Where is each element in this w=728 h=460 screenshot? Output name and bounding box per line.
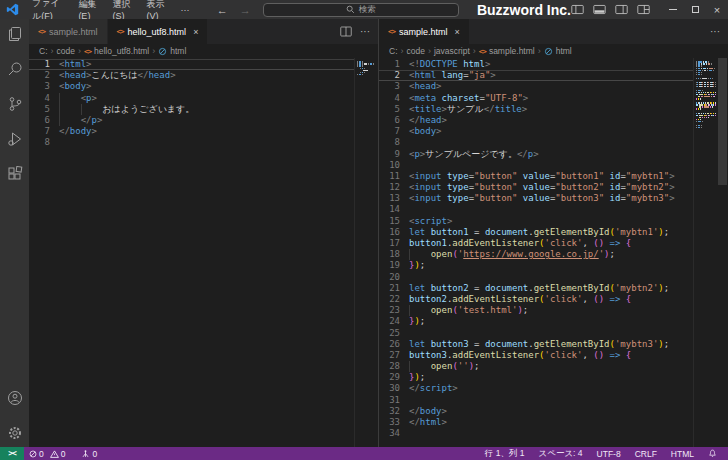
close-window-button[interactable]: × [706,0,728,19]
remote-indicator[interactable]: >< [0,447,24,460]
explorer-icon[interactable] [7,26,23,42]
code-line[interactable]: 1<html> [29,59,354,70]
code-line[interactable]: 1<!DOCTYPE html> [379,59,693,70]
breadcrumb-item[interactable]: C: [389,46,398,56]
code-line[interactable]: 24}); [379,316,693,327]
scrollbar-slider[interactable] [718,58,727,185]
tab-sample.html[interactable]: <>sample.html [29,19,108,44]
code-line[interactable]: 19}); [379,260,693,271]
code-line[interactable]: 4 <p> [29,93,354,104]
minimize-button[interactable] [662,0,684,19]
code-line[interactable]: 8 [379,137,693,148]
toggle-secondary-sidebar-icon[interactable] [615,4,628,15]
code-line[interactable]: 10 [379,160,693,171]
breadcrumb-item[interactable]: C: [39,46,48,56]
menu-item-0[interactable]: ファイル(F) [25,0,71,19]
line-content [409,160,693,171]
code-line[interactable]: 28 open(''); [379,361,693,372]
code-line[interactable]: 33</html> [379,417,693,428]
code-line[interactable]: 7<body> [379,126,693,137]
breadcrumb: C:›code›javascript›<>sample.html›html [379,44,728,58]
code-line[interactable]: 5<title>サンプル</title> [379,104,693,115]
breadcrumb-item[interactable]: javascript [434,46,470,56]
nav-forward-icon[interactable]: → [234,4,257,16]
source-control-icon[interactable] [7,96,23,112]
ports-status[interactable]: 0 [76,447,102,460]
code-line[interactable]: 6</head> [379,115,693,126]
run-debug-icon[interactable] [7,131,23,147]
code-line[interactable]: 13<input type="button" value="button3" i… [379,193,693,204]
code-line[interactable]: 14 [379,204,693,215]
maximize-button[interactable] [684,0,706,19]
tab-hello_utf8.html[interactable]: <>hello_utf8.html× [108,19,209,44]
line-content: open(''); [409,361,693,372]
code-line[interactable]: 6 </p> [29,115,354,126]
code-line[interactable]: 2<html lang="ja"> [379,70,693,81]
menu-item-2[interactable]: 選択(S) [105,0,139,19]
eol-status[interactable]: CRLF [628,449,664,459]
code-line[interactable]: 32</body> [379,406,693,417]
code-line[interactable]: 15<script> [379,216,693,227]
code-line[interactable]: 21let button2 = document.getElementById(… [379,283,693,294]
more-actions-icon[interactable]: ··· [710,26,720,37]
indentation-status[interactable]: スペース: 4 [532,448,590,460]
code-line[interactable]: 31 [379,395,693,406]
tab-close-icon[interactable]: × [193,27,198,37]
code-line[interactable]: 30</script> [379,383,693,394]
code-line[interactable]: 4<meta charset="UTF-8"> [379,93,693,104]
settings-gear-icon[interactable] [7,425,23,441]
breadcrumb-item[interactable]: <>sample.html [479,46,535,56]
code-line[interactable]: 25 [379,328,693,339]
code-line[interactable]: 17button1.addEventListener('click', () =… [379,238,693,249]
vertical-scrollbar[interactable] [717,58,728,447]
cursor-position[interactable]: 行 1、列 1 [478,448,532,460]
code-line[interactable]: 2<head>こんにちは</head> [29,70,354,81]
notifications-bell[interactable] [701,449,724,458]
tab-close-icon[interactable]: × [455,27,460,37]
code-line[interactable]: 11<input type="button" value="button1" i… [379,171,693,182]
tab-sample.html[interactable]: <>sample.html× [379,19,470,44]
toggle-panel-icon[interactable] [593,4,606,15]
code-line[interactable]: 18 open('https://www.google.co.jp/'); [379,249,693,260]
code-line[interactable]: 12<input type="button" value="button2" i… [379,182,693,193]
editor-right[interactable]: 1<!DOCTYPE html>2<html lang="ja">3<head>… [379,58,728,447]
breadcrumb-item[interactable]: html [158,46,186,56]
minimap[interactable] [693,58,717,447]
nav-back-icon[interactable]: ← [211,4,234,16]
menu-item-3[interactable]: 表示(V) [140,0,174,19]
editor-left[interactable]: 1<html>2<head>こんにちは</head>3<body>4 <p>5 … [29,58,378,447]
command-center-search[interactable]: 検索 [263,3,459,17]
customize-layout-icon[interactable] [637,4,650,15]
toggle-primary-sidebar-icon[interactable] [571,4,584,15]
code-line[interactable]: 16let button1 = document.getElementById(… [379,227,693,238]
code-line[interactable]: 20 [379,272,693,283]
minimap[interactable] [354,58,378,447]
breadcrumb-item[interactable]: <>hello_utf8.html [84,46,149,56]
breadcrumb-item[interactable]: code [407,46,425,56]
extensions-icon[interactable] [7,166,23,182]
search-sidebar-icon[interactable] [7,61,23,77]
code-line[interactable]: 3<head> [379,81,693,92]
code-line[interactable]: 7</body> [29,126,354,137]
problems-status[interactable]: 0 0 [24,447,70,460]
code-line[interactable]: 8 [29,137,354,148]
more-actions-icon[interactable]: ··· [360,26,370,37]
account-icon[interactable] [7,390,23,406]
code-line[interactable]: 29}); [379,372,693,383]
code-line[interactable]: 34 [379,428,693,439]
menu-item-1[interactable]: 編集(E) [71,0,105,19]
encoding-status[interactable]: UTF-8 [590,449,628,459]
code-line[interactable]: 23 open('test.html'); [379,305,693,316]
code-line[interactable]: 26let button3 = document.getElementById(… [379,339,693,350]
menu-item-4[interactable]: ··· [174,0,197,19]
code-line[interactable]: 3<body> [29,81,354,92]
tab-label: sample.html [399,27,448,37]
code-line[interactable]: 22button2.addEventListener('click', () =… [379,294,693,305]
split-editor-icon[interactable] [340,26,352,37]
breadcrumb-item[interactable]: html [544,46,572,56]
language-mode[interactable]: HTML [664,449,701,459]
code-line[interactable]: 9<p>サンプルページです。</p> [379,149,693,160]
breadcrumb-item[interactable]: code [57,46,75,56]
code-line[interactable]: 5 おはようございます。 [29,104,354,115]
code-line[interactable]: 27button3.addEventListener('click', () =… [379,350,693,361]
